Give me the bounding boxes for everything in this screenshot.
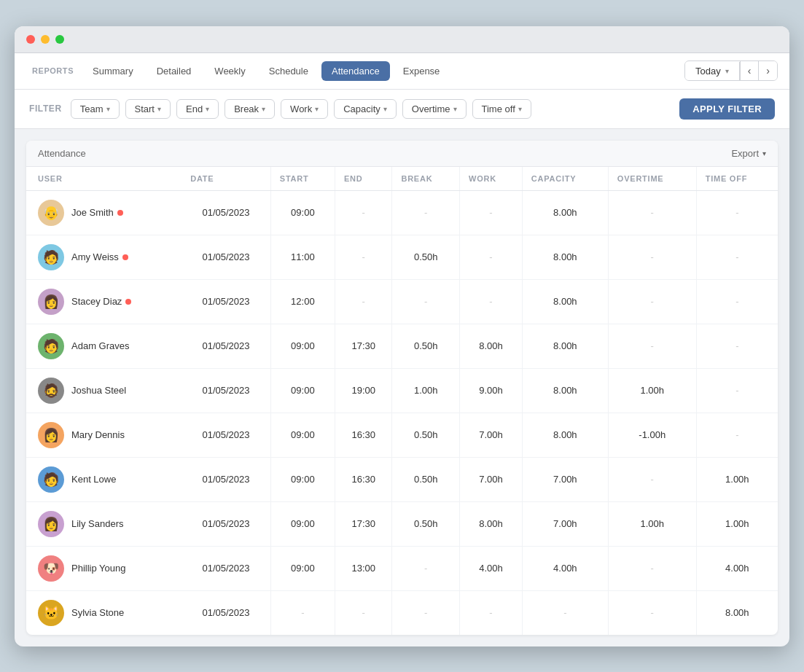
date-cell: 01/05/2023 <box>182 457 270 501</box>
table-row: 🐱 Sylvia Stone 01/05/2023------8.00h <box>26 590 778 635</box>
start-cell: 09:00 <box>270 190 335 235</box>
tab-expense[interactable]: Expense <box>393 61 450 81</box>
tab-attendance[interactable]: Attendance <box>321 61 390 81</box>
avatar: 👩 <box>38 422 64 448</box>
filter-end[interactable]: End ▾ <box>176 99 219 119</box>
table-row: 👩 Lily Sanders 01/05/202309:0017:300.50h… <box>26 501 778 546</box>
start-cell: 09:00 <box>270 457 335 501</box>
attendance-table: USER DATE START END BREAK WORK CAPACITY … <box>26 167 778 635</box>
user-cell: 🐶 Phillip Young <box>26 546 182 590</box>
date-cell: 01/05/2023 <box>182 368 270 413</box>
empty-value: - <box>651 474 654 485</box>
user-name: Stacey Diaz <box>71 296 131 307</box>
avatar: 👩 <box>38 511 64 537</box>
col-user: USER <box>26 167 182 191</box>
overtime-cell: - <box>608 324 696 368</box>
break-cell: - <box>392 190 460 235</box>
apply-filter-button[interactable]: APPLY FILTER <box>679 98 775 120</box>
close-dot[interactable] <box>26 35 35 44</box>
prev-date-button[interactable]: ‹ <box>740 61 759 80</box>
filter-team[interactable]: Team ▾ <box>71 99 120 119</box>
capacity-cell: 8.00h <box>522 190 608 235</box>
work-cell: 8.00h <box>460 501 523 546</box>
end-cell: - <box>335 279 391 324</box>
avatar: 👴 <box>38 200 64 226</box>
tab-weekly[interactable]: Weekly <box>204 61 255 81</box>
maximize-dot[interactable] <box>55 35 64 44</box>
filter-work[interactable]: Work ▾ <box>281 99 328 119</box>
empty-value: - <box>735 340 738 351</box>
avatar: 🐶 <box>38 555 64 582</box>
user-cell: 🧑 Kent Lowe <box>26 457 182 501</box>
user-cell: 🧔 Joshua Steel <box>26 368 182 413</box>
empty-value: - <box>424 207 427 218</box>
empty-value: - <box>489 607 492 618</box>
empty-value: - <box>651 340 654 351</box>
chevron-down-icon: ▾ <box>206 105 209 113</box>
timeoff-cell: - <box>696 190 778 235</box>
break-cell: 0.50h <box>392 413 460 457</box>
start-cell: 09:00 <box>270 368 335 413</box>
date-nav-text: Today <box>695 66 721 77</box>
table-header-row: USER DATE START END BREAK WORK CAPACITY … <box>26 167 778 191</box>
col-overtime: OVERTIME <box>608 167 696 191</box>
empty-value: - <box>735 207 738 218</box>
filter-capacity[interactable]: Capacity ▾ <box>334 99 397 119</box>
start-cell: 09:00 <box>270 413 335 457</box>
start-cell: 12:00 <box>270 279 335 324</box>
filter-start[interactable]: Start ▾ <box>125 99 171 119</box>
timeoff-cell: 8.00h <box>696 590 778 635</box>
break-cell: 0.50h <box>392 501 460 546</box>
end-cell: 13:00 <box>335 546 391 590</box>
col-end: END <box>335 167 391 191</box>
table-row: 👩 Mary Dennis 01/05/202309:0016:300.50h7… <box>26 413 778 457</box>
work-cell: - <box>460 235 523 279</box>
next-date-button[interactable]: › <box>758 61 777 80</box>
filter-break[interactable]: Break ▾ <box>225 99 275 119</box>
date-nav-label[interactable]: Today ▾ <box>685 62 740 80</box>
chevron-down-icon: ▾ <box>157 105 161 113</box>
avatar: 🧑 <box>38 244 64 270</box>
user-name: Lily Sanders <box>71 518 124 529</box>
user-name: Mary Dennis <box>71 429 125 440</box>
user-name: Phillip Young <box>71 563 125 574</box>
app-window: REPORTS Summary Detailed Weekly Schedule… <box>15 26 789 646</box>
filter-overtime[interactable]: Overtime ▾ <box>402 99 467 119</box>
tab-schedule[interactable]: Schedule <box>259 61 319 81</box>
table-row: 🐶 Phillip Young 01/05/202309:0013:00-4.0… <box>26 546 778 590</box>
overtime-cell: - <box>608 590 696 635</box>
timeoff-cell: 1.00h <box>696 501 778 546</box>
table-row: 👴 Joe Smith 01/05/202309:00---8.00h-- <box>26 190 778 235</box>
empty-value: - <box>489 296 492 307</box>
date-cell: 01/05/2023 <box>182 324 270 368</box>
minimize-dot[interactable] <box>41 35 50 44</box>
work-cell: 9.00h <box>460 368 523 413</box>
col-timeoff: TIME OFF <box>696 167 778 191</box>
timeoff-cell: 1.00h <box>696 457 778 501</box>
tab-summary[interactable]: Summary <box>82 61 144 81</box>
user-name: Sylvia Stone <box>71 607 124 618</box>
start-cell: 11:00 <box>270 235 335 279</box>
table-row: 🧑 Amy Weiss 01/05/202311:00-0.50h-8.00h-… <box>26 235 778 279</box>
user-cell: 🐱 Sylvia Stone <box>26 590 182 635</box>
nav-right: Today ▾ ‹ › <box>684 60 778 81</box>
table-section-label: Attendance <box>38 148 86 159</box>
col-break: BREAK <box>392 167 460 191</box>
user-name: Kent Lowe <box>71 474 116 485</box>
status-dot <box>125 299 131 305</box>
export-button[interactable]: Export ▾ <box>731 148 766 159</box>
work-cell: 7.00h <box>460 413 523 457</box>
empty-value: - <box>362 296 365 307</box>
break-cell: - <box>392 590 460 635</box>
user-cell: 🧑 Adam Graves <box>26 324 182 368</box>
empty-value: - <box>301 607 304 618</box>
filter-timeoff[interactable]: Time off ▾ <box>472 99 531 119</box>
chevron-down-icon: ▾ <box>453 105 457 113</box>
tab-detailed[interactable]: Detailed <box>147 61 202 81</box>
end-cell: - <box>335 235 391 279</box>
date-cell: 01/05/2023 <box>182 590 270 635</box>
chevron-down-icon: ▾ <box>262 105 265 113</box>
date-cell: 01/05/2023 <box>182 235 270 279</box>
nav-bar: REPORTS Summary Detailed Weekly Schedule… <box>15 53 789 90</box>
user-name: Joshua Steel <box>71 385 126 396</box>
